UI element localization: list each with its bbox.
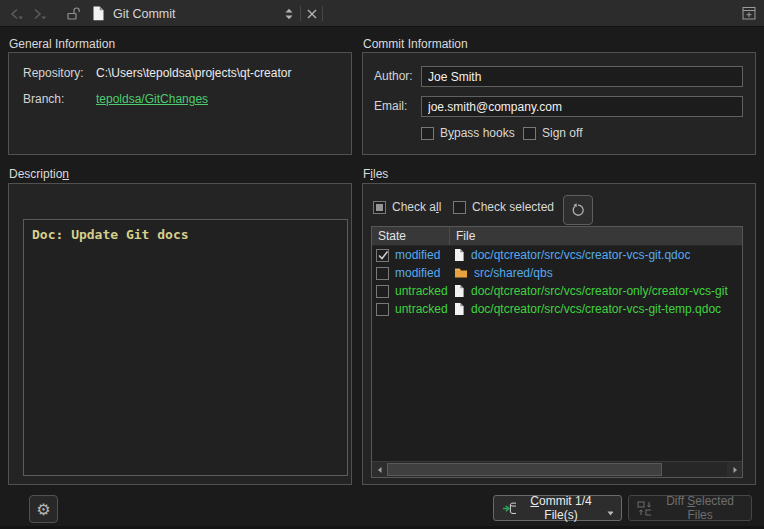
diff-icon [637,501,651,516]
diff-button-label: Diff Selected Files [657,494,743,522]
diff-selected-files-button[interactable]: Diff Selected Files [628,495,752,521]
check-all-row[interactable]: Check all [373,200,441,214]
description-editor[interactable]: Doc: Update Git docs [23,219,348,476]
refresh-icon [570,202,586,218]
commit-info-box: Author: Email: Bypass hooks Sign off [362,52,756,155]
file-icon [454,248,465,262]
files-table-hscrollbar[interactable] [372,461,742,477]
email-input[interactable] [421,96,743,117]
author-input[interactable] [421,66,743,87]
bypass-hooks-checkbox-row[interactable]: Bypass hooks [421,126,515,140]
sign-off-label: Sign off [542,126,582,140]
folder-icon [454,267,468,279]
file-row[interactable]: modified src/shared/qbs [372,264,742,282]
close-document-button[interactable] [306,8,318,20]
description-section-title: Description [9,167,69,181]
branch-label: Branch: [23,92,64,106]
lock-button[interactable] [66,6,82,21]
sign-off-checkbox[interactable] [523,127,536,140]
commit-button-label: Commit 1/4 File(s) [522,494,601,522]
general-info-section-title: General Information [9,37,115,51]
description-box: Doc: Update Git docs [8,183,352,485]
check-selected-label: Check selected [472,200,554,214]
repository-label: Repository: [23,66,84,80]
author-label: Author: [374,69,413,83]
sign-off-checkbox-row[interactable]: Sign off [523,126,582,140]
check-all-label: Check all [392,200,441,214]
arrow-left-icon [376,466,384,474]
file-state-label: untracked [395,302,448,316]
file-icon [454,302,465,316]
toolbar-separator [300,6,301,21]
file-checkbox[interactable] [376,285,389,298]
scroll-left-button[interactable] [372,462,387,477]
window-plus-icon [742,6,757,21]
scroll-right-button[interactable] [727,462,742,477]
forward-button[interactable] [31,7,47,21]
gear-icon: ⚙ [36,500,50,519]
scrollbar-track[interactable] [387,462,727,477]
refresh-button[interactable] [563,195,593,225]
file-checkbox[interactable] [376,267,389,280]
column-header-file[interactable]: File [450,227,742,245]
bypass-hooks-label: Bypass hooks [440,126,515,140]
email-label: Email: [374,99,407,113]
document-icon [92,5,105,22]
file-path: doc/qtcreator/src/vcs/creator-vcs-git-te… [471,302,721,316]
settings-button[interactable]: ⚙ [29,495,58,523]
files-table: State File modified doc/qtcreator/src/vc… [371,226,743,478]
file-state-label: untracked [395,284,448,298]
commit-button[interactable]: Commit 1/4 File(s) [493,495,622,521]
general-info-box: Repository: C:\Users\tepoldsa\projects\q… [8,52,352,155]
files-table-body: modified doc/qtcreator/src/vcs/creator-v… [372,246,742,318]
scrollbar-thumb[interactable] [387,463,662,476]
document-title: Git Commit [113,7,176,21]
file-checkbox[interactable] [376,303,389,316]
column-header-state[interactable]: State [372,227,450,245]
file-state-label: modified [395,266,440,280]
file-path: src/shared/qbs [474,266,553,280]
bypass-hooks-checkbox[interactable] [421,127,434,140]
back-icon [8,7,24,21]
open-in-new-window-button[interactable] [742,6,757,21]
back-button[interactable] [8,7,24,21]
files-table-header: State File [372,227,742,246]
unlock-icon [66,6,82,21]
file-checkbox[interactable] [376,249,389,262]
file-state-label: modified [395,248,440,262]
files-section-title: Files [363,167,388,181]
editor-toolbar: Git Commit [0,0,764,27]
close-icon [306,8,318,20]
file-icon [454,284,465,298]
commit-info-section-title: Commit Information [363,37,468,51]
file-row[interactable]: untracked doc/qtcreator/src/vcs/creator-… [372,282,742,300]
dropdown-caret-icon [607,511,613,516]
document-selector-button[interactable] [284,7,294,21]
check-selected-checkbox[interactable] [453,201,466,214]
check-all-checkbox[interactable] [373,201,386,214]
updown-arrows-icon [284,7,294,21]
file-row[interactable]: modified doc/qtcreator/src/vcs/creator-v… [372,246,742,264]
files-box: Check all Check selected State File modi… [362,183,756,485]
file-path: doc/qtcreator/src/vcs/creator-only/creat… [471,284,728,298]
arrow-right-icon [731,466,739,474]
repository-value: C:\Users\tepoldsa\projects\qt-creator [96,66,291,80]
file-path: doc/qtcreator/src/vcs/creator-vcs-git.qd… [471,248,690,262]
forward-icon [31,7,47,21]
commit-icon [502,501,516,516]
file-row[interactable]: untracked doc/qtcreator/src/vcs/creator-… [372,300,742,318]
check-selected-row[interactable]: Check selected [453,200,554,214]
toolbar-separator [322,6,323,21]
branch-link[interactable]: tepoldsa/GitChanges [96,92,208,106]
